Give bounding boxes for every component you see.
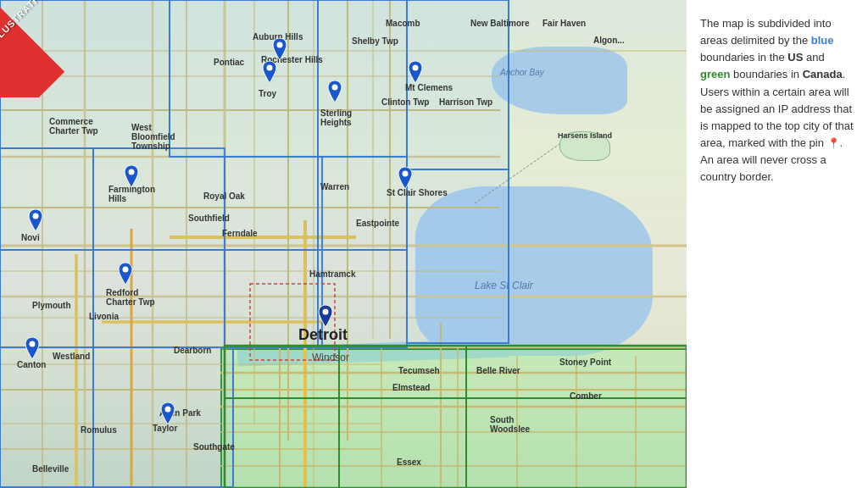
city-shelby-twp: Shelby Twp <box>352 36 398 46</box>
svg-point-69 <box>403 171 409 177</box>
harsens-island-label: Harsens Island <box>558 131 612 140</box>
svg-rect-45 <box>0 250 93 347</box>
city-sterling-heights: SterlingHeights <box>320 108 352 127</box>
city-romulus: Romulus <box>81 425 117 435</box>
svg-point-64 <box>267 65 273 71</box>
svg-rect-59 <box>225 346 687 488</box>
svg-point-71 <box>123 267 129 273</box>
pin-farmington-hills <box>121 165 142 191</box>
city-royal-oak: Royal Oak <box>203 191 245 201</box>
svg-point-65 <box>332 85 338 91</box>
panel-green-text: green <box>700 68 730 80</box>
city-eastpointe: Eastpointe <box>356 219 399 228</box>
city-commerce-twp: CommerceCharter Twp <box>49 117 98 136</box>
pin-sterling-heights <box>325 80 345 106</box>
city-southfield: Southfield <box>188 214 230 223</box>
svg-point-67 <box>277 42 283 48</box>
svg-point-66 <box>413 65 419 71</box>
city-new-baltimore: New Baltimore <box>470 19 529 28</box>
panel-canada-text: Canada <box>803 68 843 80</box>
city-ferndale: Ferndale <box>222 229 258 238</box>
city-dearborn: Dearborn <box>174 346 211 355</box>
city-essex: Essex <box>397 458 421 467</box>
city-elmstead: Elmstead <box>392 383 430 392</box>
city-hamtramck: Hamtramck <box>309 269 355 279</box>
panel-pin-icon: 📍 <box>827 137 840 149</box>
city-westland: Westland <box>53 352 90 361</box>
pin-canton <box>22 337 42 363</box>
city-macomb: Macomb <box>386 19 420 28</box>
city-pontiac: Pontiac <box>214 58 244 67</box>
svg-point-73 <box>323 309 329 315</box>
illustrative-text: ILLUSTRATIVE <box>0 0 49 47</box>
map-container: Auburn Hills Rochester Hills Shelby Twp … <box>0 0 687 488</box>
svg-rect-54 <box>318 157 407 250</box>
city-algon: Algon... <box>593 36 625 45</box>
city-comber: Comber <box>570 391 602 401</box>
pin-redford <box>115 263 136 288</box>
city-fair-haven: Fair Haven <box>542 19 586 28</box>
panel-us-text: US <box>787 51 803 64</box>
city-west-bloomfield: WestBloomfieldTownship <box>131 123 175 151</box>
svg-rect-44 <box>0 148 93 250</box>
pin-taylor <box>158 402 178 428</box>
city-southgate: Southgate <box>193 442 235 452</box>
city-belle-river: Belle River <box>476 366 520 375</box>
panel-blue-text: blue <box>811 34 834 47</box>
pin-novi <box>25 209 46 235</box>
anchor-bay-label: Anchor Bay <box>500 68 544 77</box>
map-roads-svg <box>0 0 687 488</box>
svg-point-70 <box>33 214 39 219</box>
svg-point-68 <box>129 169 135 175</box>
city-plymouth: Plymouth <box>32 301 71 310</box>
illustrative-banner: ILLUSTRATIVE <box>0 0 97 97</box>
city-harrison-twp: Harrison Twp <box>439 97 492 107</box>
pin-st-clair-shores <box>395 167 415 192</box>
city-livonia: Livonia <box>89 312 119 321</box>
svg-rect-50 <box>170 0 318 157</box>
city-redford: RedfordCharter Twp <box>106 288 155 307</box>
city-stoney-point: Stoney Point <box>559 358 611 367</box>
pin-troy <box>259 61 280 86</box>
svg-point-72 <box>30 341 36 347</box>
svg-point-74 <box>165 407 171 413</box>
pin-mt-clemens <box>405 61 426 86</box>
city-warren: Warren <box>320 182 349 191</box>
panel-description: The map is subdivided into areas delimit… <box>700 15 854 186</box>
city-troy: Troy <box>259 89 276 98</box>
windsor-label: Windsor <box>312 352 349 363</box>
side-panel: The map is subdivided into areas delimit… <box>687 0 868 488</box>
lake-st-clair-label: Lake St Clair <box>475 280 533 291</box>
city-belleville: Belleville <box>32 464 69 474</box>
city-clinton-twp: Clinton Twp <box>381 97 429 107</box>
city-tecumseh: Tecumseh <box>398 366 440 375</box>
pin-rochester <box>270 38 290 64</box>
detroit-main-label: Detroit <box>298 326 348 344</box>
city-south-woodslee: SouthWoodslee <box>490 415 530 434</box>
